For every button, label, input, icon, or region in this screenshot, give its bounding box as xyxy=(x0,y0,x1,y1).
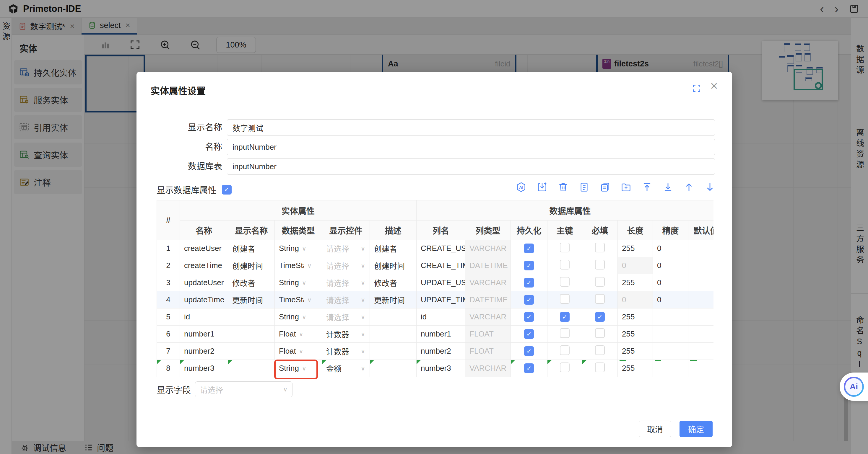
control-select: 请选择∨ xyxy=(326,277,365,288)
column-type-cell: DATETIME xyxy=(465,291,511,309)
move-to-bottom-icon[interactable] xyxy=(662,182,674,193)
document-icon[interactable] xyxy=(579,182,590,193)
table-row[interactable]: 2createTime创建时间TimeStamp∨请选择∨创建时间CREATE_… xyxy=(157,257,714,274)
property-table-body: 1createUser创建者String∨请选择∨创建者CREATE_USERV… xyxy=(157,240,714,377)
required-checkbox xyxy=(595,328,605,338)
col-header-persist: 持久化 xyxy=(511,221,548,240)
description-cell: 更新时间 xyxy=(370,291,416,308)
chevron-down-icon: ∨ xyxy=(302,314,306,321)
description-cell: 创建时间 xyxy=(370,257,416,274)
default-cell xyxy=(688,343,713,360)
table-row[interactable]: 8number3String∨金额∨number3VARCHAR✓255 xyxy=(157,360,714,377)
table-row[interactable]: 4updateTime更新时间TimeStamp∨请选择∨更新时间UPDATE_… xyxy=(157,291,714,309)
default-cell xyxy=(688,240,713,257)
col-header-column-type: 列类型 xyxy=(465,221,511,240)
length-cell: 255 xyxy=(618,309,653,325)
display-name-label: 显示名称 xyxy=(136,119,222,136)
cancel-button[interactable]: 取消 xyxy=(639,421,671,437)
fullscreen-icon[interactable] xyxy=(692,84,701,93)
display-field-select[interactable]: 请选择 ∨ xyxy=(195,381,292,397)
db-table-input[interactable]: inputNumber xyxy=(227,158,715,175)
length-cell: 0 xyxy=(618,291,653,308)
table-row[interactable]: 5idString∨请选择∨idVARCHAR✓✓✓255 xyxy=(157,309,714,326)
attr-name-cell: updateUser xyxy=(180,274,228,291)
table-row[interactable]: 3updateUser修改者String∨请选择∨修改者UPDATE_USERV… xyxy=(157,274,714,291)
svg-text:AI: AI xyxy=(519,185,523,190)
error-highlight-box xyxy=(274,360,318,379)
default-cell xyxy=(688,291,713,308)
delete-row-icon[interactable] xyxy=(557,182,569,193)
attr-name-cell: createUser xyxy=(180,240,228,257)
move-down-icon[interactable] xyxy=(704,182,716,193)
attr-display-name-cell xyxy=(228,360,275,377)
persist-checkbox: ✓ xyxy=(524,346,534,356)
persist-checkbox: ✓ xyxy=(524,329,534,339)
copy-row-icon[interactable] xyxy=(599,182,611,193)
app-window: Primeton-IDE ‹ › 资源 数字测试* × select xyxy=(0,0,868,454)
data-type-select: TimeStamp∨ xyxy=(279,295,312,304)
length-cell: 255 xyxy=(618,240,653,257)
primary-key-checkbox xyxy=(560,328,569,338)
attr-display-name-cell: 更新时间 xyxy=(228,291,275,308)
show-db-props-checkbox[interactable]: ✓ xyxy=(222,185,231,195)
required-checkbox xyxy=(595,260,605,269)
move-up-icon[interactable] xyxy=(683,182,694,193)
control-select: 请选择∨ xyxy=(326,294,365,305)
col-header-data-type: 数据类型 xyxy=(275,221,322,240)
chevron-down-icon: ∨ xyxy=(299,331,303,338)
attr-name-cell: number3 xyxy=(180,360,228,377)
control-select: 计数器∨ xyxy=(326,346,365,357)
required-checkbox xyxy=(595,294,605,304)
col-header-default: 默认值 xyxy=(688,221,713,240)
chevron-down-icon: ∨ xyxy=(361,279,365,286)
table-row[interactable]: 7number2Float∨计数器∨number2FLOAT✓255 xyxy=(157,343,714,360)
precision-cell xyxy=(653,343,688,360)
col-header-length: 长度 xyxy=(618,221,653,240)
primary-key-checkbox xyxy=(560,345,569,355)
default-cell xyxy=(688,257,713,274)
chevron-down-icon: ∨ xyxy=(307,262,312,269)
control-select: 请选择∨ xyxy=(326,312,365,322)
length-cell: 255 xyxy=(618,326,653,343)
chevron-down-icon: ∨ xyxy=(361,348,365,355)
table-row[interactable]: 6number1Float∨计数器∨number1FLOAT✓255 xyxy=(157,326,714,343)
chevron-down-icon: ∨ xyxy=(361,262,365,269)
name-input[interactable]: inputNumber xyxy=(227,139,715,155)
table-row[interactable]: 1createUser创建者String∨请选择∨创建者CREATE_USERV… xyxy=(157,240,714,257)
display-field-label: 显示字段 xyxy=(157,383,191,395)
precision-cell: 0 xyxy=(653,257,688,274)
import-row-icon[interactable] xyxy=(536,182,548,193)
persist-checkbox: ✓ xyxy=(524,295,534,305)
required-checkbox: ✓ xyxy=(595,312,605,322)
display-name-input[interactable]: 数字测试 xyxy=(227,119,715,136)
col-header-precision: 精度 xyxy=(653,221,688,240)
ai-generate-icon[interactable]: AI xyxy=(516,182,527,193)
primary-key-checkbox xyxy=(560,294,569,304)
entity-attrs-group-header: 实体属性 xyxy=(180,200,416,221)
row-index: 1 xyxy=(157,240,180,257)
description-cell: 修改者 xyxy=(370,274,416,291)
add-folder-icon[interactable] xyxy=(620,182,632,193)
chevron-down-icon: ∨ xyxy=(302,279,306,286)
column-name-cell: number2 xyxy=(416,343,465,360)
chevron-down-icon: ∨ xyxy=(307,296,312,303)
move-to-top-icon[interactable] xyxy=(642,182,653,193)
data-type-select: TimeStamp∨ xyxy=(279,261,312,270)
required-checkbox xyxy=(595,345,605,355)
ok-button[interactable]: 确定 xyxy=(680,421,713,437)
col-header-control: 显示控件 xyxy=(322,221,370,240)
attr-display-name-cell xyxy=(228,309,275,325)
persist-checkbox: ✓ xyxy=(524,244,534,253)
dialog-toolbar: AI xyxy=(516,182,716,193)
column-name-cell: id xyxy=(416,309,465,325)
column-type-cell: VARCHAR xyxy=(465,360,511,377)
column-type-cell: FLOAT xyxy=(465,343,511,360)
col-header-primary-key: 主键 xyxy=(548,221,582,240)
close-icon[interactable]: × xyxy=(710,79,718,92)
chevron-down-icon: ∨ xyxy=(361,245,365,252)
db-table-label: 数据库表 xyxy=(136,158,222,175)
properties-table: # 实体属性 数据库属性 名称 显示名称 数据类型 显示控件 描述 列名 列类型… xyxy=(157,200,713,377)
ai-assistant-button[interactable]: Ai xyxy=(840,372,868,401)
row-index: 6 xyxy=(157,326,180,343)
attr-display-name-cell: 创建者 xyxy=(228,240,275,257)
